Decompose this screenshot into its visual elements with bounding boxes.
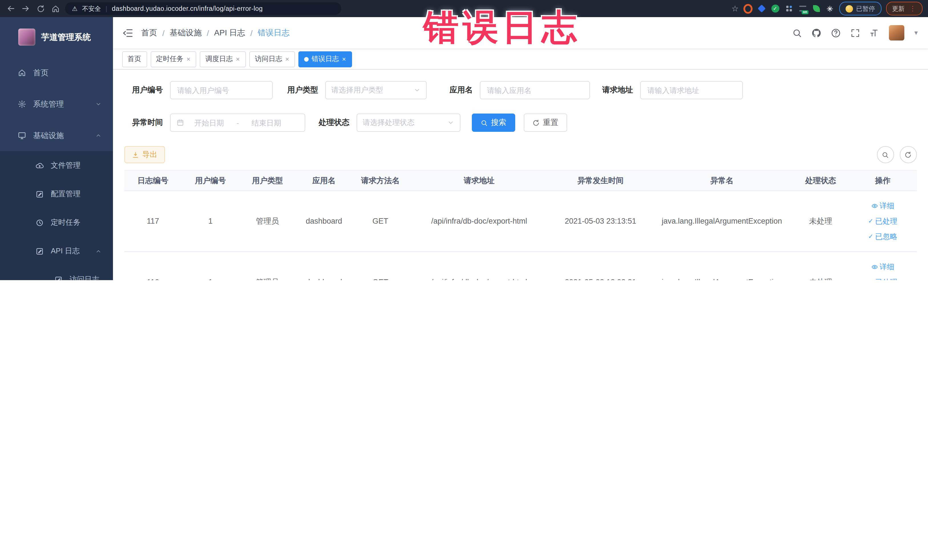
date-separator: - (234, 118, 241, 127)
mark-processed-link[interactable]: ✓已处理 (868, 216, 897, 226)
chevron-up-icon (95, 248, 101, 254)
refresh-icon (532, 119, 539, 127)
user-id-field[interactable] (170, 81, 272, 99)
process-status-select[interactable]: 请选择处理状态 (356, 113, 460, 132)
close-icon[interactable]: ✕ (186, 56, 191, 62)
sidebar: 芋道管理系统 首页 系统管理 基础设施 (0, 17, 113, 280)
reset-button[interactable]: 重置 (524, 113, 567, 132)
tab-home[interactable]: 首页 (122, 51, 147, 67)
refresh-table-button[interactable] (899, 146, 917, 163)
table-row: 117 1 管理员 dashboard GET /api/infra/db-do… (124, 191, 917, 252)
extension-leaf-icon[interactable] (812, 4, 821, 13)
monitor-icon (18, 131, 26, 140)
chevron-down-icon (447, 119, 454, 126)
font-size-icon[interactable] (869, 27, 879, 38)
browser-menu-icon[interactable]: ⋮ (909, 5, 916, 12)
browser-back-icon[interactable] (6, 3, 16, 14)
sidebar-item-api-logs[interactable]: API 日志 (0, 237, 113, 265)
sidebar-menu: 首页 系统管理 基础设施 文件管理 (0, 57, 113, 280)
chevron-down-icon (414, 87, 420, 93)
toggle-search-button[interactable] (877, 146, 894, 163)
table-row: 116 1 管理员 dashboard GET /api/infra/db-do… (124, 252, 917, 280)
browser-forward-icon[interactable] (21, 3, 31, 14)
extension-blue-icon[interactable] (757, 4, 766, 13)
app-name-input[interactable] (486, 85, 583, 95)
chevron-up-icon (95, 132, 101, 139)
tab-scheduled-tasks[interactable]: 定时任务 ✕ (150, 51, 196, 67)
tab-access-logs[interactable]: 访问日志 ✕ (249, 51, 295, 67)
error-log-table: 日志编号 用户编号 用户类型 应用名 请求方法名 请求地址 异常发生时间 异常名… (124, 170, 917, 280)
app-name-field[interactable] (479, 81, 590, 99)
browser-reload-icon[interactable] (35, 3, 46, 14)
tab-schedule-logs[interactable]: 调度日志 ✕ (200, 51, 246, 67)
app-name-label: 应用名 (442, 85, 479, 95)
app-title: 芋道管理系统 (41, 32, 91, 43)
user-avatar[interactable] (888, 25, 904, 41)
breadcrumb: 首页 / 基础设施 / API 日志 / 错误日志 (141, 27, 290, 38)
close-icon[interactable]: ✕ (236, 56, 240, 62)
breadcrumb-home[interactable]: 首页 (141, 27, 157, 38)
content: 用户编号 用户类型 请选择用户类型 应用名 请求地址 (113, 70, 928, 280)
update-button[interactable]: 更新 ⋮ (886, 2, 922, 15)
clock-history-icon (35, 218, 44, 227)
export-button[interactable]: 导出 (124, 146, 165, 163)
search-icon (882, 151, 889, 158)
user-type-label: 用户类型 (279, 85, 325, 95)
check-icon: ✓ (868, 217, 873, 225)
sidebar-item-home[interactable]: 首页 (0, 57, 113, 89)
extension-green-check-icon[interactable]: ✓ (771, 4, 780, 13)
sidebar-item-access-logs[interactable]: 访问日志 (0, 265, 113, 280)
bookmark-star-icon[interactable]: ☆ (731, 4, 739, 13)
breadcrumb-api-logs[interactable]: API 日志 (214, 27, 245, 38)
breadcrumb-infrastructure[interactable]: 基础设施 (170, 27, 202, 38)
request-url-input[interactable] (646, 85, 736, 95)
address-divider: | (105, 5, 107, 12)
user-id-input[interactable] (176, 85, 266, 95)
status-text: 未处理 (792, 216, 849, 226)
tag-tab-bar: 首页 定时任务 ✕ 调度日志 ✕ 访问日志 ✕ 错误日志 ✕ (113, 49, 928, 70)
detail-link[interactable]: 详细 (871, 262, 894, 272)
extension-grid-icon[interactable] (784, 4, 793, 13)
mark-processed-link[interactable]: ✓已处理 (868, 277, 897, 280)
breadcrumb-separator: / (250, 28, 253, 37)
help-icon[interactable] (830, 27, 841, 38)
calendar-icon (176, 119, 184, 127)
breadcrumb-separator: / (207, 28, 209, 37)
process-status-label: 处理状态 (311, 117, 356, 128)
extension-orange-icon[interactable] (743, 4, 752, 13)
mark-ignored-link[interactable]: ✓已忽略 (868, 231, 897, 242)
sidebar-item-infrastructure[interactable]: 基础设施 (0, 120, 113, 151)
user-type-select[interactable]: 请选择用户类型 (325, 81, 426, 99)
paused-badge[interactable]: 已暂停 (839, 2, 881, 15)
sidebar-item-file-management[interactable]: 文件管理 (0, 151, 113, 180)
sidebar-item-system-management[interactable]: 系统管理 (0, 89, 113, 120)
detail-link[interactable]: 详细 (871, 201, 894, 211)
close-icon[interactable]: ✕ (342, 56, 346, 62)
extension-pin-icon[interactable] (825, 4, 835, 13)
tab-error-logs[interactable]: 错误日志 ✕ (298, 51, 352, 67)
cloud-upload-icon (35, 161, 44, 170)
user-menu-caret-icon[interactable]: ▼ (913, 30, 919, 36)
end-date-input[interactable] (245, 118, 288, 128)
close-icon[interactable]: ✕ (285, 56, 289, 62)
paused-label: 已暂停 (856, 4, 875, 13)
security-warning-icon: ⚠ (72, 5, 78, 12)
fullscreen-icon[interactable] (850, 27, 860, 38)
browser-chrome: ⚠ 不安全 | dashboard.yudao.iocoder.cn/infra… (0, 0, 928, 17)
update-label: 更新 (892, 4, 905, 13)
sidebar-item-config-management[interactable]: 配置管理 (0, 180, 113, 208)
app-logo-image (18, 29, 35, 46)
search-icon[interactable] (792, 27, 802, 38)
browser-home-icon[interactable] (50, 3, 61, 14)
request-url-field[interactable] (640, 81, 743, 99)
exception-time-range[interactable]: - (170, 113, 305, 132)
extension-vpn-on-icon[interactable]: on (798, 4, 807, 13)
address-bar[interactable]: ⚠ 不安全 | dashboard.yudao.iocoder.cn/infra… (65, 2, 341, 15)
sidebar-item-scheduled-tasks[interactable]: 定时任务 (0, 208, 113, 237)
edit-icon (35, 190, 44, 198)
start-date-input[interactable] (188, 118, 231, 128)
hamburger-icon[interactable] (122, 27, 133, 38)
app-logo[interactable]: 芋道管理系统 (0, 17, 113, 57)
search-button[interactable]: 搜索 (472, 113, 515, 132)
github-icon[interactable] (811, 27, 821, 38)
